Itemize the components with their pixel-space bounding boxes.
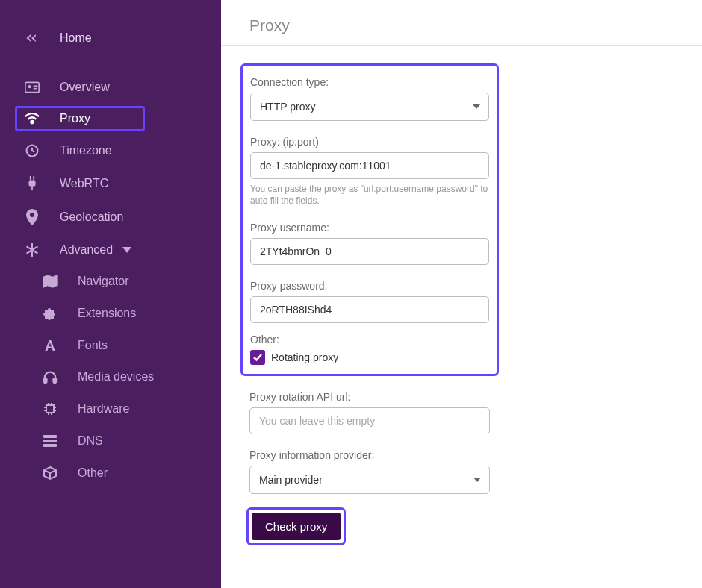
svg-rect-11 [54,378,57,383]
sidebar-item-proxy[interactable]: Proxy [0,103,221,134]
svg-rect-15 [43,444,57,447]
cube-icon [42,466,58,481]
rotation-url-input[interactable] [249,407,490,434]
sidebar-sub-extensions[interactable]: Extensions [0,297,221,330]
asterisk-icon [24,243,40,257]
sidebar-item-label: Advanced [60,243,113,257]
svg-rect-2 [34,86,38,87]
proxy-input[interactable] [250,152,489,179]
other-label: Other: [250,334,489,345]
id-card-icon [24,81,40,93]
svg-rect-9 [31,187,33,190]
check-proxy-button[interactable]: Check proxy [252,513,341,540]
svg-rect-6 [28,180,35,186]
sidebar-sub-dns[interactable]: DNS [0,425,221,457]
sidebar-sub-label: Media devices [78,370,154,384]
sidebar-item-advanced[interactable]: Advanced [0,234,221,266]
check-proxy-highlight: Check proxy [246,507,346,545]
svg-rect-12 [46,405,54,413]
sidebar-item-label: Overview [60,81,110,94]
password-label: Proxy password: [250,280,489,292]
sidebar-sub-hardware[interactable]: Hardware [0,392,221,425]
font-icon [42,339,58,352]
proxy-helper-text: You can paste the proxy as "url:port:use… [250,184,489,207]
chip-icon [42,401,58,416]
plug-icon [24,176,40,191]
sidebar-sub-fonts[interactable]: Fonts [0,330,221,361]
svg-point-1 [28,85,31,88]
username-input[interactable] [250,238,489,265]
svg-rect-13 [43,435,57,438]
svg-rect-10 [44,378,47,383]
sidebar-sub-label: Other [78,466,108,480]
sidebar-item-label: Geolocation [60,210,123,224]
main-panel: Proxy Connection type: HTTP proxy Proxy:… [221,0,702,588]
rotation-url-label: Proxy rotation API url: [249,391,490,403]
sidebar-sub-other[interactable]: Other [0,457,221,490]
svg-point-4 [31,121,33,123]
svg-rect-3 [34,88,37,90]
nav-home[interactable]: Home [0,22,221,54]
sidebar-item-timezone[interactable]: Timezone [0,134,221,167]
svg-rect-14 [43,440,57,442]
sidebar-sub-media-devices[interactable]: Media devices [0,361,221,392]
wifi-icon [24,112,40,125]
sidebar-item-webrtc[interactable]: WebRTC [0,167,221,200]
nav-home-label: Home [60,31,92,45]
svg-rect-8 [33,176,34,180]
sidebar-sub-label: Navigator [78,275,128,288]
sidebar-item-label: WebRTC [60,177,108,190]
svg-rect-7 [30,176,31,180]
puzzle-icon [42,306,58,321]
page-title: Proxy [221,0,702,46]
provider-label: Proxy information provider: [249,449,490,461]
caret-down-icon [119,247,135,253]
sidebar-sub-label: DNS [78,434,103,448]
sidebar-item-label: Proxy [60,112,90,125]
sidebar: Home Overview Proxy Timezone WebRTC Geol… [0,0,221,588]
map-icon [42,275,58,288]
connection-type-label: Connection type: [250,76,489,88]
rotating-proxy-label: Rotating proxy [271,351,338,363]
sidebar-sub-label: Hardware [78,402,129,416]
clock-icon [24,143,40,158]
rotating-proxy-checkbox[interactable] [250,350,265,365]
proxy-label: Proxy: (ip:port) [250,136,489,148]
sidebar-item-label: Timezone [60,144,112,157]
password-input[interactable] [250,296,489,323]
highlighted-settings: Connection type: HTTP proxy Proxy: (ip:p… [240,63,499,376]
headphones-icon [42,370,58,384]
svg-rect-0 [25,82,39,92]
chevrons-left-icon [24,32,40,44]
sidebar-item-geolocation[interactable]: Geolocation [0,200,221,234]
server-icon [42,434,58,448]
provider-select[interactable]: Main provider [249,466,490,494]
sidebar-sub-label: Extensions [78,307,136,320]
connection-type-select[interactable]: HTTP proxy [250,93,489,121]
sidebar-sub-navigator[interactable]: Navigator [0,266,221,297]
sidebar-sub-label: Fonts [78,339,108,352]
sidebar-item-overview[interactable]: Overview [0,72,221,103]
pin-icon [24,209,40,225]
proxy-form: Connection type: HTTP proxy Proxy: (ip:p… [221,46,490,545]
username-label: Proxy username: [250,222,489,234]
